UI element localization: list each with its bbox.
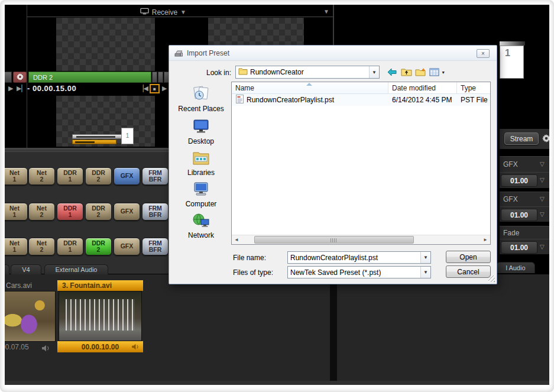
chevron-down-icon[interactable]: ▼	[420, 267, 430, 278]
sidebar-item-computer[interactable]: Computer	[175, 182, 227, 208]
files-of-type-combobox[interactable]: NewTek Saved Preset (*.pst) ▼	[287, 266, 431, 278]
chevron-down-icon[interactable]: ▼	[420, 252, 430, 263]
skip-start-button[interactable]: ▕◀	[138, 85, 148, 92]
dialog-titlebar[interactable]: Import Preset ×	[169, 46, 497, 61]
switcher-button-net1[interactable]: Net1	[5, 238, 28, 255]
file-name-combobox[interactable]: RundownCreatorPlaylist.pst ▼	[287, 251, 431, 264]
ddr2-segment-1[interactable]	[152, 72, 157, 83]
media-header-fountain[interactable]: 3. Fountain.avi	[57, 280, 143, 291]
switcher-button-gfx[interactable]: GFX	[114, 203, 140, 221]
scrollbar-thumb[interactable]	[254, 236, 414, 244]
ddr2-label: DDR 2	[33, 74, 53, 81]
back-button[interactable]	[387, 68, 397, 78]
switcher-button-net1[interactable]: Net1	[5, 203, 28, 221]
divider	[27, 5, 27, 148]
fade-duration[interactable]: 01.00	[501, 241, 537, 254]
overlay-page-tag: 1	[121, 128, 134, 144]
close-icon: ×	[481, 50, 485, 57]
media-thumbnail-fountain[interactable]	[59, 291, 142, 341]
ddr2-title-bar[interactable]: DDR 2	[28, 72, 151, 83]
up-one-level-button[interactable]	[401, 67, 412, 78]
speaker-icon[interactable]	[131, 344, 140, 352]
gfx1-duration[interactable]: 01.00	[501, 174, 537, 187]
monitor2-dropdown-icon[interactable]: ▼	[323, 8, 329, 15]
play-button[interactable]: ▶	[8, 85, 13, 92]
switcher-button-frmbfr[interactable]: FRMBFR	[142, 203, 169, 221]
import-preset-dialog: Import Preset × Look in: RundownCreator …	[169, 45, 497, 284]
speaker-icon[interactable]	[41, 344, 51, 354]
switcher-button-gfx[interactable]: GFX	[114, 238, 140, 255]
gfx2-header[interactable]: GFX ▽	[500, 192, 549, 206]
ddr2-gear-button[interactable]	[13, 72, 27, 83]
dropdown-icon[interactable]: ▽	[540, 211, 545, 218]
switcher-button-ddr1[interactable]: DDR1	[57, 203, 83, 221]
stream-button[interactable]: Stream	[504, 132, 539, 145]
scroll-left-arrow[interactable]: ◄	[232, 235, 241, 244]
switcher-row-1: Net1 Net2 DDR1 DDR2 GFX FRMBFR	[5, 167, 170, 185]
switcher-row-3: Net1 Net2 DDR1 DDR2 GFX FRMBFR	[5, 238, 170, 255]
switcher-button-net2[interactable]: Net2	[28, 167, 55, 185]
new-folder-button[interactable]	[415, 67, 426, 78]
right-panel: 1 Stream GFX ▽ 01.00 ▽ GFX ▽ 01.00	[500, 5, 549, 274]
dropdown-icon[interactable]: ▽	[540, 196, 545, 202]
computer-icon	[192, 190, 210, 199]
switcher-button-ddr2[interactable]: DDR2	[85, 203, 112, 221]
stop-button[interactable]: ■	[150, 84, 160, 93]
media-thumbnail-cars[interactable]	[5, 291, 56, 342]
open-button[interactable]: Open	[446, 251, 491, 263]
file-list: Name Date modified Type RundownCreatorPl…	[231, 82, 491, 245]
desktop-icon	[192, 128, 210, 136]
sidebar-item-desktop[interactable]: Desktop	[175, 119, 227, 145]
receive-dropdown[interactable]: Receive ▼	[140, 8, 186, 17]
column-header-type[interactable]: Type	[457, 82, 490, 93]
switcher-button-ddr1[interactable]: DDR1	[57, 167, 83, 185]
dsk-page-preview[interactable]: 1	[500, 46, 524, 79]
gfx1-header[interactable]: GFX ▽	[500, 156, 549, 172]
look-in-combobox[interactable]: RundownCreator ▼	[235, 66, 380, 79]
dropdown-icon[interactable]: ▽	[540, 244, 545, 250]
horizontal-scrollbar[interactable]: ◄ ►	[232, 235, 490, 244]
dialog-title: Import Preset	[187, 49, 229, 57]
dropdown-icon[interactable]: ▽	[540, 177, 545, 183]
cancel-button[interactable]: Cancel	[446, 265, 491, 278]
gfx1-value-row: 01.00 ▽	[500, 172, 549, 188]
close-button[interactable]: ×	[477, 49, 490, 58]
scroll-right-arrow[interactable]: ►	[481, 235, 490, 244]
gfx2-duration[interactable]: 01.00	[501, 209, 537, 221]
fade-value-row: 01.00 ▽	[500, 239, 549, 254]
tab-external-audio[interactable]: External Audio	[44, 264, 108, 274]
sidebar-item-libraries[interactable]: Libraries	[175, 150, 227, 177]
switcher-button-net2[interactable]: Net2	[28, 203, 55, 221]
column-header-date-modified[interactable]: Date modified	[388, 82, 457, 93]
tab-partial[interactable]	[5, 264, 9, 274]
look-in-label: Look in:	[181, 69, 231, 77]
stream-gear-icon[interactable]	[542, 134, 549, 145]
switcher-button-ddr1[interactable]: DDR1	[57, 238, 83, 255]
switcher-button-frmbfr[interactable]: FRMBFR	[142, 167, 169, 185]
dropdown-icon[interactable]: ▽	[540, 161, 545, 167]
file-name-value: RundownCreatorPlaylist.pst	[288, 254, 420, 262]
ddr2-segment-2[interactable]	[158, 72, 163, 83]
view-menu-button[interactable]: ▼	[429, 68, 445, 78]
network-icon	[192, 222, 210, 230]
file-row[interactable]: RundownCreatorPlaylist.pst 6/14/2012 4:4…	[232, 94, 490, 106]
skip-end-button[interactable]: ▶▏	[17, 85, 27, 92]
switcher-button-ddr2[interactable]: DDR2	[85, 167, 112, 185]
switcher-button-gfx[interactable]: GFX	[114, 167, 140, 185]
file-name-cell: RundownCreatorPlaylist.pst	[247, 96, 392, 104]
chevron-down-icon[interactable]: ▼	[369, 66, 379, 78]
switcher-button-net2[interactable]: Net2	[28, 238, 55, 255]
play-button-2[interactable]: ▶	[162, 85, 167, 92]
sidebar-item-network[interactable]: Network	[175, 213, 227, 239]
resize-grip[interactable]	[488, 276, 495, 282]
switcher-button-frmbfr[interactable]: FRMBFR	[142, 238, 169, 255]
switcher-button-net1[interactable]: Net1	[5, 167, 28, 185]
tab-audio-partial[interactable]: l Audio	[496, 262, 535, 273]
fade-header: Fade	[500, 226, 549, 239]
tab-v4[interactable]: V4	[11, 264, 41, 274]
ddr2-left-segment[interactable]	[5, 72, 12, 83]
sidebar-item-recent-places[interactable]: Recent Places	[175, 85, 227, 113]
media-footer-fountain[interactable]: 00.00.10.00	[57, 341, 143, 352]
switcher-button-ddr2[interactable]: DDR2	[85, 238, 112, 255]
lower-third-subtitle-bar	[72, 140, 116, 144]
